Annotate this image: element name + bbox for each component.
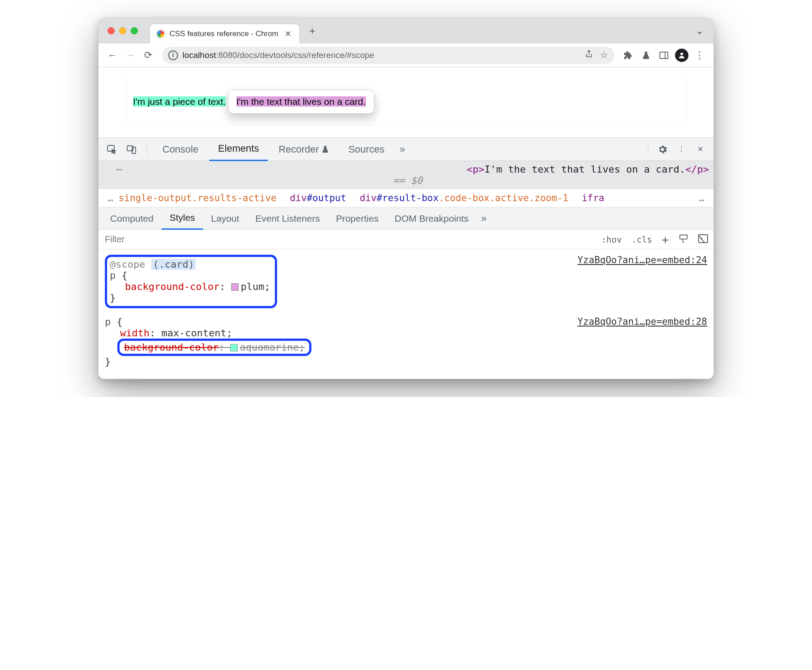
css-rule[interactable]: YzaBqOo?ani…pe=embed:24 @scope (.card) p… — [102, 253, 710, 310]
elements-selected-node[interactable]: ⋯ <p>I'm the text that lives on a card.<… — [99, 161, 713, 189]
labs-icon[interactable] — [638, 48, 654, 63]
back-button[interactable]: ← — [105, 48, 120, 63]
elements-breadcrumb[interactable]: … single-output.results-active div#outpu… — [99, 189, 713, 207]
omnibox-actions: ☆ — [585, 50, 608, 61]
source-link[interactable]: YzaBqOo?ani…pe=embed:24 — [577, 255, 707, 265]
card: I'm the text that lives on a card. — [228, 90, 374, 114]
card-paragraph: I'm the text that lives on a card. — [236, 96, 366, 107]
forward-button[interactable]: → — [123, 48, 138, 63]
toolbar: ← → ⟳ i localhost:8080/docs/devtools/css… — [99, 43, 713, 67]
annotation-highlight: background-color: aquamarine; — [117, 339, 311, 356]
hov-toggle[interactable]: :hov — [600, 234, 624, 245]
page-viewport: I'm just a piece of text. I'm the text t… — [99, 67, 713, 138]
at-rule: @scope — [110, 259, 145, 270]
tab-elements[interactable]: Elements — [209, 138, 268, 161]
reload-button[interactable]: ⟳ — [141, 48, 156, 63]
new-tab-button[interactable]: ＋ — [306, 25, 319, 37]
traffic-lights — [108, 27, 138, 34]
devtools-menu-button[interactable]: ⋮ — [672, 141, 690, 158]
crumb-prev-icon[interactable]: … — [105, 193, 116, 203]
address-bar[interactable]: i localhost:8080/docs/devtools/css/refer… — [162, 47, 614, 64]
device-toolbar-icon[interactable] — [123, 141, 141, 158]
svg-rect-0 — [660, 52, 668, 58]
tag-close: </p> — [685, 164, 709, 175]
extensions-icon[interactable] — [621, 48, 636, 63]
tab-recorder[interactable]: Recorder — [269, 138, 337, 161]
page-content: I'm just a piece of text. I'm the text t… — [125, 75, 687, 125]
crumb-item[interactable]: div#output — [290, 193, 346, 203]
titlebar: CSS features reference - Chrom ✕ ＋ ⌄ — [99, 18, 713, 43]
browser-window: CSS features reference - Chrom ✕ ＋ ⌄ ← →… — [98, 18, 714, 379]
settings-icon[interactable] — [654, 141, 671, 158]
toggle-sidebar-icon[interactable] — [696, 233, 710, 246]
scope-argument: (.card) — [151, 259, 196, 270]
profile-button[interactable] — [674, 48, 689, 63]
color-swatch-icon — [230, 344, 238, 352]
crumb-item[interactable]: div#result-box.code-box.active.zoom-1 — [360, 193, 568, 203]
share-icon[interactable] — [585, 50, 593, 61]
subtab-styles[interactable]: Styles — [162, 207, 203, 230]
css-property[interactable]: background-color — [125, 281, 220, 292]
tab-console[interactable]: Console — [153, 138, 207, 161]
crumb-next-icon[interactable]: … — [696, 193, 707, 203]
selector: p — [105, 316, 111, 327]
new-style-rule-button[interactable]: + — [660, 232, 671, 247]
close-window-button[interactable] — [108, 27, 115, 34]
annotation-highlight: @scope (.card) p { background-color: plu… — [105, 255, 277, 308]
styles-filter-row: :hov .cls + — [99, 230, 713, 249]
bookmark-icon[interactable]: ☆ — [600, 50, 608, 61]
source-link[interactable]: YzaBqOo?ani…pe=embed:28 — [577, 316, 707, 327]
overridden-declaration[interactable]: background-color: aquamarine; — [124, 342, 305, 353]
tab-title: CSS features reference - Chrom — [170, 29, 278, 38]
styles-subtabs: Computed Styles Layout Event Listeners P… — [99, 207, 713, 230]
crumb-item[interactable]: ifra — [582, 193, 605, 203]
chrome-favicon-icon — [156, 29, 165, 38]
tabs-more-button[interactable]: » — [395, 144, 410, 155]
tab-recorder-label: Recorder — [278, 144, 319, 155]
subtab-computed[interactable]: Computed — [102, 207, 162, 230]
subtab-event-listeners[interactable]: Event Listeners — [247, 207, 328, 230]
css-value[interactable]: max-content — [162, 327, 227, 339]
url-host: localhost — [182, 50, 216, 60]
avatar-icon — [675, 49, 688, 62]
devtools-tabbar: Console Elements Recorder Sources » ⋮ ✕ — [99, 138, 713, 161]
subtab-properties[interactable]: Properties — [328, 207, 387, 230]
inspect-element-icon[interactable] — [103, 141, 121, 158]
url-text: localhost:8080/docs/devtools/css/referen… — [182, 50, 374, 60]
css-value[interactable]: plum — [240, 281, 264, 292]
url-port: :8080 — [216, 50, 237, 60]
subtabs-more-button[interactable]: » — [476, 213, 491, 224]
maximize-window-button[interactable] — [131, 27, 138, 34]
tag-open: <p> — [467, 164, 485, 175]
chrome-menu-button[interactable]: ⋮ — [692, 48, 707, 63]
site-info-icon[interactable]: i — [168, 50, 178, 60]
css-property[interactable]: width — [120, 327, 149, 339]
css-property: background-color — [124, 342, 219, 353]
subtab-layout[interactable]: Layout — [203, 207, 247, 230]
selector: p — [110, 270, 116, 281]
side-panel-icon[interactable] — [656, 48, 671, 63]
minimize-window-button[interactable] — [119, 27, 126, 34]
tabs-overflow-button[interactable]: ⌄ — [692, 24, 708, 38]
subtab-dom-breakpoints[interactable]: DOM Breakpoints — [387, 207, 477, 230]
svg-rect-6 — [680, 235, 688, 239]
color-swatch-icon[interactable] — [231, 283, 239, 291]
eq-dollar-zero: == $0 — [393, 175, 423, 186]
close-tab-button[interactable]: ✕ — [283, 28, 293, 40]
url-path: /docs/devtools/css/reference/#scope — [237, 50, 374, 60]
node-text: I'm the text that lives on a card. — [485, 164, 685, 175]
crumb-item[interactable]: single-output.results-active — [119, 193, 277, 203]
paragraph-1: I'm just a piece of text. — [133, 96, 226, 107]
styles-filter-input[interactable] — [102, 232, 596, 246]
svg-point-2 — [680, 53, 683, 55]
flask-icon — [322, 145, 329, 153]
devtools-close-button[interactable]: ✕ — [691, 141, 709, 158]
styles-pane: YzaBqOo?ani…pe=embed:24 @scope (.card) p… — [99, 249, 713, 379]
tab-sources[interactable]: Sources — [340, 138, 394, 161]
paint-brush-icon[interactable] — [677, 233, 690, 246]
cls-toggle[interactable]: .cls — [630, 234, 654, 245]
ellipsis-icon: ⋯ — [116, 164, 123, 175]
css-rule[interactable]: YzaBqOo?ani…pe=embed:28 p { width: max-c… — [102, 314, 710, 369]
browser-tab[interactable]: CSS features reference - Chrom ✕ — [149, 24, 300, 43]
css-value: aquamarine — [240, 342, 298, 353]
